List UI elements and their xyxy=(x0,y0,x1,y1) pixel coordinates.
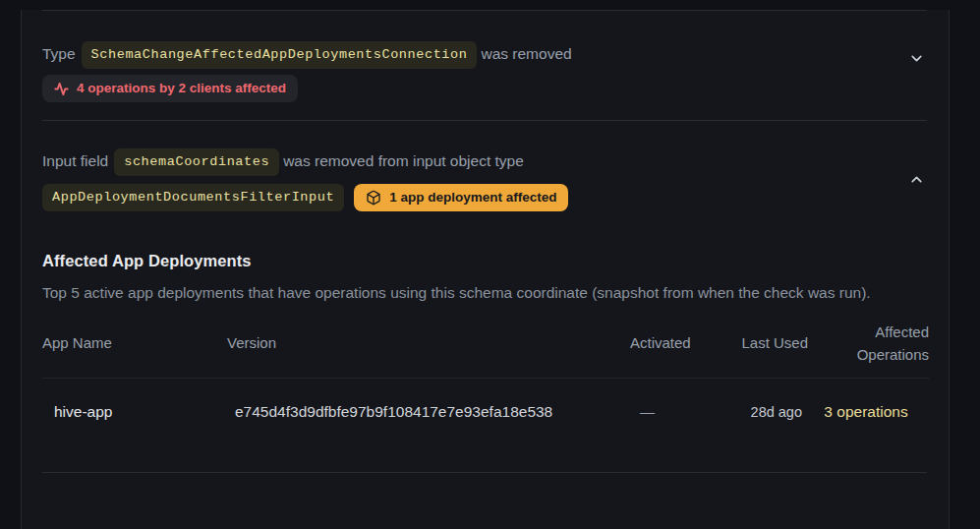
column-header-app-name: App Name xyxy=(42,313,227,379)
collapse-toggle[interactable] xyxy=(906,169,927,190)
section-divider xyxy=(42,472,927,473)
schema-checks-panel: TypeSchemaChangeAffectedAppDeploymentsCo… xyxy=(21,10,950,529)
change-prefix: Input field xyxy=(42,152,108,169)
deployment-affected-label: 1 app deployment affected xyxy=(389,189,556,206)
change-summary: TypeSchemaChangeAffectedAppDeploymentsCo… xyxy=(42,11,927,69)
table-row: hive-app e745d4f3d9dfbfe97b9f108417e7e93… xyxy=(42,378,929,445)
chevron-up-icon xyxy=(908,171,925,188)
change-entry-input-field-removed: Input fieldschemaCoordinateswas removed … xyxy=(42,121,927,445)
change-message: TypeSchemaChangeAffectedAppDeploymentsCo… xyxy=(42,40,572,69)
column-header-version: Version xyxy=(227,313,630,379)
box-icon xyxy=(366,190,381,206)
cell-last-used: 28d ago xyxy=(734,378,808,445)
change-suffix: was removed xyxy=(481,45,571,62)
change-summary: Input fieldschemaCoordinateswas removed … xyxy=(42,121,927,211)
badge-row: 4 operations by 2 clients affected xyxy=(42,75,927,120)
code-chip: SchemaChangeAffectedAppDeploymentsConnec… xyxy=(82,41,478,69)
column-header-activated: Activated xyxy=(630,313,734,379)
details-heading: Affected App Deployments xyxy=(42,252,927,270)
change-suffix: was removed from input object type xyxy=(283,152,524,169)
change-message: Input fieldschemaCoordinateswas removed … xyxy=(42,147,568,176)
chevron-down-icon xyxy=(908,50,925,67)
deployments-table: App Name Version Activated Last Used Aff… xyxy=(42,313,929,445)
change-details: Affected App Deployments Top 5 active ap… xyxy=(42,252,927,445)
column-header-affected-operations: Affected Operations xyxy=(808,313,929,379)
cell-version: e745d4f3d9dfbfe97b9f108417e7e93efa18e538 xyxy=(227,378,630,445)
affected-operations-link[interactable]: 3 operations xyxy=(824,403,907,420)
change-message-block: Input fieldschemaCoordinateswas removed … xyxy=(42,147,568,211)
badge-row: AppDeploymentDocumentsFilterInput 1 app … xyxy=(42,184,568,211)
change-entry-type-removed: TypeSchemaChangeAffectedAppDeploymentsCo… xyxy=(42,11,927,120)
operations-affected-badge[interactable]: 4 operations by 2 clients affected xyxy=(42,75,298,102)
code-chip: AppDeploymentDocumentsFilterInput xyxy=(42,184,344,211)
column-header-last-used: Last Used xyxy=(734,313,808,379)
details-description: Top 5 active app deployments that have o… xyxy=(42,280,907,305)
cell-affected-operations: 3 operations xyxy=(808,378,929,445)
change-prefix: Type xyxy=(42,45,76,62)
activity-icon xyxy=(54,82,69,96)
table-header-row: App Name Version Activated Last Used Aff… xyxy=(42,313,929,379)
expand-toggle[interactable] xyxy=(906,48,927,69)
cell-activated: — xyxy=(630,378,734,445)
operations-affected-label: 4 operations by 2 clients affected xyxy=(77,80,286,97)
code-chip: schemaCoordinates xyxy=(114,148,279,176)
deployment-affected-badge[interactable]: 1 app deployment affected xyxy=(354,184,568,211)
cell-app-name: hive-app xyxy=(42,378,227,445)
